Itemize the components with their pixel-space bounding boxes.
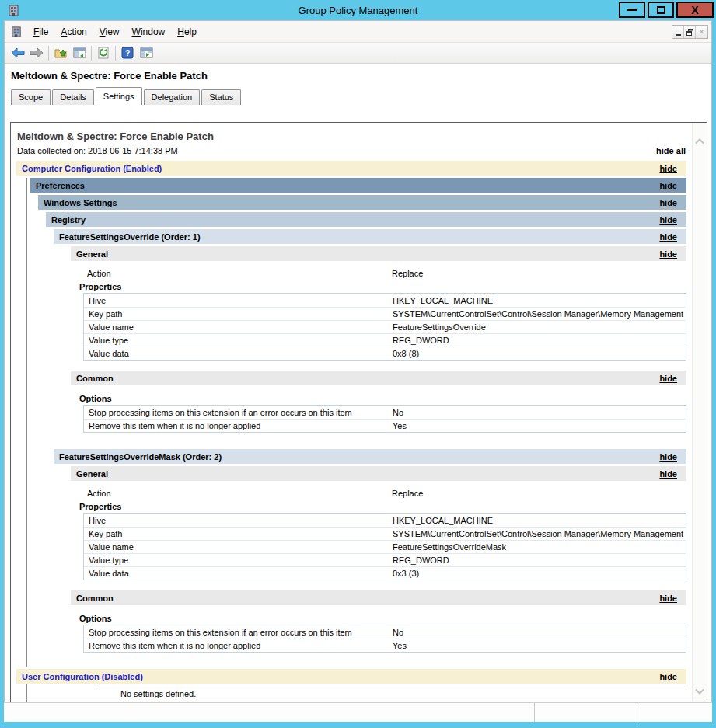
table-row: Key pathSYSTEM\CurrentControlSet\Control… bbox=[84, 527, 686, 540]
table-row: HiveHKEY_LOCAL_MACHINE bbox=[84, 514, 686, 527]
up-one-level-button[interactable] bbox=[51, 44, 70, 62]
maximize-button[interactable] bbox=[648, 2, 674, 18]
hide-link-item1[interactable]: hide bbox=[659, 232, 677, 242]
menu-window[interactable]: Window bbox=[126, 23, 172, 40]
menu-help[interactable]: Help bbox=[171, 23, 203, 40]
hide-link-registry[interactable]: hide bbox=[659, 215, 677, 225]
help-button[interactable]: ? bbox=[118, 44, 137, 62]
action-label: Action bbox=[87, 269, 392, 278]
common-band: Common hide bbox=[71, 590, 686, 605]
hide-link-windows-settings[interactable]: hide bbox=[659, 198, 677, 207]
hide-all-link[interactable]: hide all bbox=[656, 146, 686, 155]
options-label: Options bbox=[79, 392, 686, 405]
menu-action[interactable]: Action bbox=[54, 23, 93, 40]
refresh-button[interactable] bbox=[94, 44, 113, 62]
data-collected-text: Data collected on: 2018-06-15 7:14:38 PM bbox=[17, 146, 178, 155]
tab-bar: Scope Details Settings Delegation Status bbox=[5, 86, 711, 104]
preferences-band: Preferences hide bbox=[30, 178, 686, 193]
show-action-pane-icon bbox=[140, 47, 153, 58]
table-row: Stop processing items on this extension … bbox=[84, 625, 686, 639]
tab-scope[interactable]: Scope bbox=[11, 89, 51, 105]
general-band: General hide bbox=[71, 466, 686, 481]
svg-text:?: ? bbox=[125, 48, 131, 57]
tab-settings[interactable]: Settings bbox=[96, 87, 142, 105]
properties-table: HiveHKEY_LOCAL_MACHINE Key pathSYSTEM\Cu… bbox=[83, 513, 686, 580]
tab-status[interactable]: Status bbox=[201, 89, 241, 105]
registry-item-band: FeatureSettingsOverride (Order: 1) hide bbox=[54, 229, 686, 244]
settings-report-panel: Meltdown & Spectre: Force Enable Patch D… bbox=[10, 122, 707, 712]
table-row: Value typeREG_DWORD bbox=[84, 553, 686, 566]
mdi-close-button[interactable]: ✕ bbox=[696, 26, 707, 38]
options-label: Options bbox=[79, 611, 686, 625]
minimize-button[interactable] bbox=[619, 2, 645, 18]
action-value: Replace bbox=[392, 269, 423, 278]
tab-details[interactable]: Details bbox=[52, 89, 94, 105]
toolbar-separator bbox=[115, 46, 116, 61]
minimize-icon bbox=[627, 9, 637, 11]
hide-link-item2[interactable]: hide bbox=[659, 452, 677, 462]
table-row: Remove this item when it is no longer ap… bbox=[84, 419, 686, 432]
menu-file[interactable]: File bbox=[27, 23, 54, 40]
table-row: Key pathSYSTEM\CurrentControlSet\Control… bbox=[84, 307, 686, 320]
refresh-icon bbox=[97, 47, 110, 59]
scroll-down-icon[interactable] bbox=[695, 688, 704, 695]
show-console-tree-icon bbox=[73, 47, 86, 58]
report-title: Meltdown & Spectre: Force Enable Patch bbox=[16, 129, 686, 145]
properties-table: HiveHKEY_LOCAL_MACHINE Key pathSYSTEM\Cu… bbox=[83, 293, 686, 361]
action-label: Action bbox=[87, 489, 392, 498]
back-icon bbox=[11, 47, 25, 58]
user-configuration-band: User Configuration (Disabled) hide bbox=[16, 669, 686, 684]
mdi-close-icon: ✕ bbox=[699, 28, 705, 36]
mdi-restore-button[interactable] bbox=[684, 26, 696, 38]
window-title: Group Policy Management bbox=[0, 5, 716, 16]
registry-band: Registry hide bbox=[46, 212, 686, 227]
up-one-level-icon bbox=[54, 47, 68, 59]
general-band: General hide bbox=[71, 246, 686, 261]
table-row: Value data0x8 (8) bbox=[84, 347, 686, 360]
action-value: Replace bbox=[392, 489, 423, 498]
close-icon: X bbox=[691, 5, 698, 16]
mdi-minimize-button[interactable] bbox=[672, 26, 684, 38]
hide-link-item1-general[interactable]: hide bbox=[659, 249, 677, 259]
common-band: Common hide bbox=[71, 371, 686, 385]
toolbar-separator bbox=[91, 46, 92, 61]
show-console-tree-button[interactable] bbox=[70, 44, 89, 62]
menu-view[interactable]: View bbox=[93, 23, 126, 40]
options-table: Stop processing items on this extension … bbox=[83, 625, 686, 653]
table-row: Value nameFeatureSettingsOverrideMask bbox=[84, 540, 686, 553]
hide-link-user-configuration[interactable]: hide bbox=[659, 672, 677, 681]
toolbar: ? bbox=[5, 43, 711, 64]
maximize-icon bbox=[657, 6, 665, 14]
computer-configuration-band: Computer Configuration (Enabled) hide bbox=[16, 161, 686, 176]
back-button[interactable] bbox=[9, 44, 27, 62]
console-content: Meltdown & Spectre: Force Enable Patch S… bbox=[5, 64, 711, 720]
hide-link-computer-configuration[interactable]: hide bbox=[659, 164, 677, 173]
mdi-restore-icon bbox=[686, 29, 693, 36]
hide-link-preferences[interactable]: hide bbox=[659, 181, 677, 190]
console-frame: File Action View Window Help ✕ ? bbox=[4, 20, 712, 722]
report-content: Meltdown & Spectre: Force Enable Patch D… bbox=[11, 123, 691, 712]
table-row: Value nameFeatureSettingsOverride bbox=[84, 320, 686, 333]
status-cell bbox=[637, 703, 712, 722]
titlebar: Group Policy Management X bbox=[0, 0, 716, 20]
tab-delegation[interactable]: Delegation bbox=[144, 89, 201, 105]
hide-link-item1-common[interactable]: hide bbox=[659, 374, 677, 383]
gpmc-child-icon bbox=[10, 26, 23, 38]
windows-settings-band: Windows Settings hide bbox=[38, 195, 686, 210]
table-row: Stop processing items on this extension … bbox=[84, 406, 686, 419]
options-table: Stop processing items on this extension … bbox=[83, 405, 686, 433]
show-action-pane-button[interactable] bbox=[137, 44, 155, 62]
properties-label: Properties bbox=[79, 500, 686, 513]
hide-link-item2-common[interactable]: hide bbox=[659, 594, 677, 603]
scroll-up-icon[interactable] bbox=[695, 138, 704, 145]
status-cell bbox=[534, 703, 637, 722]
table-row: HiveHKEY_LOCAL_MACHINE bbox=[84, 294, 686, 307]
gpo-name-heading: Meltdown & Spectre: Force Enable Patch bbox=[5, 64, 711, 86]
close-button[interactable]: X bbox=[676, 2, 714, 18]
hide-link-item2-general[interactable]: hide bbox=[659, 469, 677, 479]
table-row: Value data0x3 (3) bbox=[84, 566, 686, 580]
registry-item-band: FeatureSettingsOverrideMask (Order: 2) h… bbox=[54, 449, 686, 464]
report-scrollbar[interactable] bbox=[692, 123, 707, 712]
forward-button[interactable] bbox=[27, 44, 46, 62]
status-bar bbox=[4, 702, 712, 722]
